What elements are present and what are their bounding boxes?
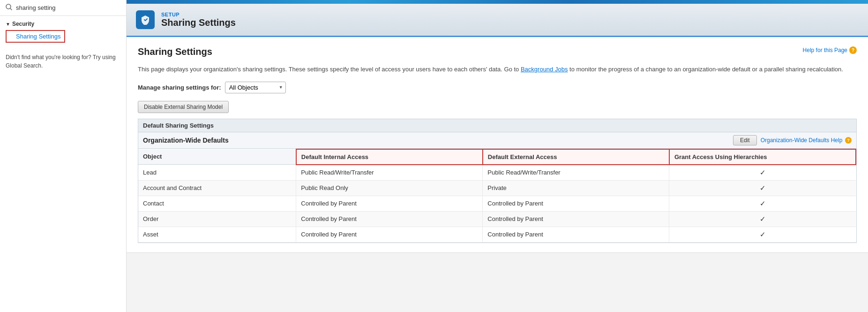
cell-object-4: Asset <box>138 227 296 242</box>
shield-icon <box>140 15 150 25</box>
cell-default-internal-4: Controlled by Parent <box>296 227 483 242</box>
checkmark-icon-3: ✓ <box>760 215 766 223</box>
help-link[interactable]: Help for this Page <box>803 47 847 53</box>
col-object: Object <box>138 149 296 165</box>
cell-object-2: Contact <box>138 196 296 211</box>
cell-default-external-3: Controlled by Parent <box>483 211 669 227</box>
search-input[interactable] <box>16 4 120 11</box>
cell-default-external-4: Controlled by Parent <box>483 227 669 242</box>
table-row: Order Controlled by Parent Controlled by… <box>138 211 856 227</box>
chevron-down-icon: ▼ <box>6 22 10 27</box>
cell-default-internal-0: Public Read/Write/Transfer <box>296 165 483 181</box>
content-area: Help for this Page ? Sharing Settings Th… <box>127 37 868 253</box>
table-row: Lead Public Read/Write/Transfer Public R… <box>138 165 856 181</box>
org-defaults-help-link[interactable]: Organization-Wide Defaults Help <box>761 137 843 144</box>
manage-label: Manage sharing settings for: <box>138 84 221 91</box>
shield-icon-wrap <box>136 10 155 29</box>
org-defaults-right: Edit Organization-Wide Defaults Help ? <box>733 135 852 145</box>
table-row: Account and Contract Public Read Only Pr… <box>138 180 856 196</box>
setup-label: SETUP <box>161 12 236 17</box>
cell-default-external-2: Controlled by Parent <box>483 196 669 211</box>
table-header-row: Object Default Internal Access Default E… <box>138 149 856 165</box>
security-section-header[interactable]: ▼ Security <box>6 21 120 27</box>
cell-grant-access-0: ✓ <box>669 165 856 181</box>
cell-default-external-1: Private <box>483 180 669 196</box>
cell-default-internal-3: Controlled by Parent <box>296 211 483 227</box>
cell-object-1: Account and Contract <box>138 180 296 196</box>
help-link-wrap[interactable]: Help for this Page ? <box>803 46 857 54</box>
checkmark-icon-2: ✓ <box>760 199 766 207</box>
header-text: SETUP Sharing Settings <box>161 12 236 28</box>
table-container: Organization-Wide Defaults Edit Organiza… <box>138 132 857 243</box>
manage-select[interactable]: All Objects Accounts Contacts Leads <box>225 82 286 93</box>
cell-object-3: Order <box>138 211 296 227</box>
edit-button[interactable]: Edit <box>733 135 757 145</box>
disable-external-sharing-button[interactable]: Disable External Sharing Model <box>138 101 229 113</box>
cell-grant-access-4: ✓ <box>669 227 856 242</box>
main-content: SETUP Sharing Settings Help for this Pag… <box>127 0 868 312</box>
cell-grant-access-3: ✓ <box>669 211 856 227</box>
cell-grant-access-1: ✓ <box>669 180 856 196</box>
col-default-internal: Default Internal Access <box>296 149 483 165</box>
page-title: Sharing Settings <box>161 17 236 28</box>
sidebar: ▼ Security Sharing Settings Didn't find … <box>0 0 127 312</box>
col-grant-access: Grant Access Using Hierarchies <box>669 149 856 165</box>
checkmark-icon-4: ✓ <box>760 230 766 238</box>
background-jobs-link[interactable]: Background Jobs <box>521 66 568 73</box>
cell-default-external-0: Public Read/Write/Transfer <box>483 165 669 181</box>
org-defaults-title: Organization-Wide Defaults <box>143 137 229 144</box>
svg-line-1 <box>10 8 12 10</box>
default-sharing-settings-header: Default Sharing Settings <box>138 119 857 132</box>
org-defaults-header: Organization-Wide Defaults Edit Organiza… <box>138 132 856 149</box>
cell-grant-access-2: ✓ <box>669 196 856 211</box>
cell-object-0: Lead <box>138 165 296 181</box>
search-box <box>0 0 126 16</box>
table-row: Asset Controlled by Parent Controlled by… <box>138 227 856 242</box>
security-section-label: Security <box>12 21 34 27</box>
sharing-table: Object Default Internal Access Default E… <box>138 149 856 243</box>
manage-select-wrap: All Objects Accounts Contacts Leads <box>225 82 286 93</box>
table-row: Contact Controlled by Parent Controlled … <box>138 196 856 211</box>
sidebar-item-sharing-settings[interactable]: Sharing Settings <box>6 30 65 43</box>
cell-default-internal-1: Public Read Only <box>296 180 483 196</box>
manage-row: Manage sharing settings for: All Objects… <box>138 82 857 93</box>
sidebar-section-security: ▼ Security Sharing Settings <box>0 16 126 46</box>
content-page-title: Sharing Settings <box>138 46 857 57</box>
help-circle-icon: ? <box>849 46 857 54</box>
header-wave <box>127 0 868 4</box>
sidebar-hint: Didn't find what you're looking for? Try… <box>0 46 126 77</box>
cell-default-internal-2: Controlled by Parent <box>296 196 483 211</box>
checkmark-icon-1: ✓ <box>760 184 766 192</box>
col-default-external: Default External Access <box>483 149 669 165</box>
search-icon <box>6 4 12 12</box>
table-body: Lead Public Read/Write/Transfer Public R… <box>138 165 856 243</box>
page-header: SETUP Sharing Settings <box>127 4 868 37</box>
help-circle-sm-icon: ? <box>845 137 852 144</box>
checkmark-icon-0: ✓ <box>760 168 766 176</box>
description-text: This page displays your organization's s… <box>138 65 857 74</box>
